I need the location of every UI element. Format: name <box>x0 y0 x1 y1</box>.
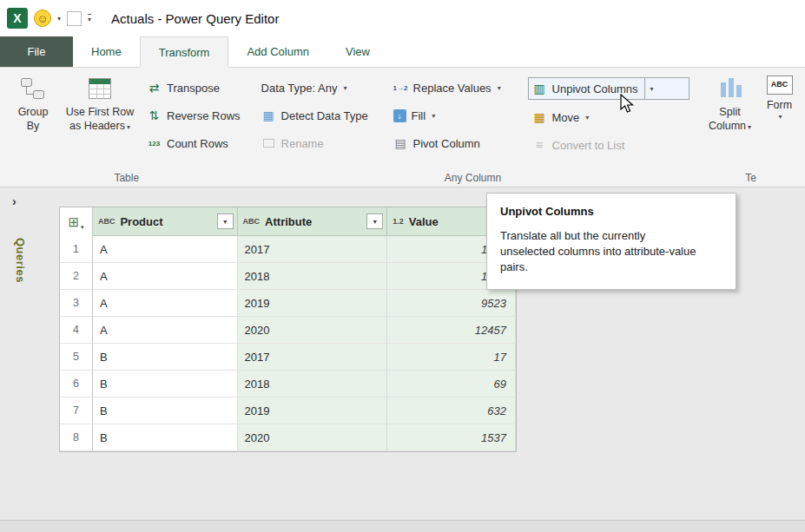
any-column-stack-3: Unpivot Columns ▾ Move ▾ Convert to List <box>528 71 690 155</box>
tab-transform[interactable]: Transform <box>140 36 229 68</box>
format-label: Form <box>767 99 792 111</box>
table-menu-button[interactable]: ⊞ ▾ <box>60 207 93 236</box>
column-header-label: Attribute <box>265 215 312 228</box>
convert-to-list-icon <box>532 138 547 153</box>
table-row: 8 B 2020 1537 <box>60 424 516 451</box>
mouse-cursor-icon <box>620 94 635 118</box>
cell-product[interactable]: A <box>93 317 238 344</box>
rename-label: Rename <box>281 137 324 150</box>
transpose-icon <box>147 81 162 95</box>
expand-queries-chevron-icon[interactable]: › <box>12 194 16 208</box>
group-label-table: Table <box>3 172 250 184</box>
transpose-button[interactable]: Transpose <box>142 77 245 98</box>
cell-attribute[interactable]: 2017 <box>238 236 388 263</box>
unpivot-columns-button[interactable]: Unpivot Columns ▾ <box>528 77 690 100</box>
ribbon-group-table: Group By Use First Row as Headers▾ <box>3 69 250 187</box>
cell-value[interactable]: 12457 <box>387 317 516 344</box>
grid-header-row: ⊞ ▾ ABC Product ▼ ABC Attribute ▼ 1.2 Va… <box>60 207 516 236</box>
column-header-attribute[interactable]: ABC Attribute ▼ <box>238 207 388 236</box>
table-row: 2 A 2018 1542 <box>60 263 516 290</box>
cell-attribute[interactable]: 2019 <box>238 397 388 424</box>
row-number[interactable]: 5 <box>60 344 93 371</box>
replace-values-icon <box>393 81 408 95</box>
reverse-rows-icon <box>147 108 162 123</box>
data-type-button[interactable]: Data Type: Any ▾ <box>257 77 389 98</box>
column-header-product[interactable]: ABC Product ▼ <box>93 207 238 236</box>
move-button[interactable]: Move ▾ <box>528 107 690 128</box>
quick-access-button[interactable] <box>67 11 82 26</box>
feedback-smiley-icon[interactable] <box>34 10 51 27</box>
use-first-row-label: Use First Row as Headers <box>66 106 134 132</box>
group-by-button[interactable]: Group By <box>9 71 57 133</box>
use-first-row-button[interactable]: Use First Row as Headers▾ <box>57 71 142 133</box>
caret-down-icon: ▾ <box>432 112 435 120</box>
row-number[interactable]: 6 <box>60 371 93 397</box>
transpose-label: Transpose <box>167 82 220 95</box>
unpivot-columns-dropdown[interactable]: ▾ <box>645 78 659 99</box>
rename-icon <box>261 136 276 151</box>
filter-dropdown-button[interactable]: ▼ <box>366 213 383 229</box>
cell-product[interactable]: A <box>93 263 238 290</box>
cell-attribute[interactable]: 2017 <box>238 344 388 371</box>
group-label-any-column: Any Column <box>252 172 695 184</box>
row-number[interactable]: 3 <box>60 290 93 317</box>
cell-value[interactable]: 632 <box>387 397 516 424</box>
ribbon-tab-bar: File Home Transform Add Column View <box>0 36 805 68</box>
tab-file[interactable]: File <box>0 36 73 67</box>
format-button[interactable]: Form ▾ <box>759 71 801 122</box>
cell-product[interactable]: B <box>93 397 238 424</box>
cell-attribute[interactable]: 2020 <box>238 317 388 344</box>
move-label: Move <box>552 111 580 124</box>
cell-product[interactable]: A <box>93 290 238 317</box>
tab-home[interactable]: Home <box>73 36 140 67</box>
count-rows-label: Count Rows <box>167 137 228 150</box>
cell-value[interactable]: 9523 <box>387 290 516 317</box>
tab-view[interactable]: View <box>327 36 388 67</box>
pivot-column-button[interactable]: Pivot Column <box>389 133 528 154</box>
pivot-column-label: Pivot Column <box>413 137 480 150</box>
tooltip-body: Translate all but the currently unselect… <box>500 228 702 276</box>
queries-pane-label[interactable]: Queries <box>14 238 27 283</box>
row-number[interactable]: 1 <box>60 236 93 263</box>
cell-value[interactable]: 69 <box>387 371 516 397</box>
row-number[interactable]: 8 <box>60 424 93 451</box>
cell-attribute[interactable]: 2020 <box>238 424 388 451</box>
cell-value[interactable]: 17 <box>387 344 516 371</box>
move-icon <box>532 110 547 125</box>
pivot-column-icon <box>393 136 408 151</box>
tab-add-column[interactable]: Add Column <box>228 36 327 67</box>
row-number[interactable]: 2 <box>60 263 93 290</box>
tooltip-title: Unpivot Columns <box>500 205 723 218</box>
caret-down-icon[interactable]: ▾ <box>57 15 61 23</box>
customize-toolbar-icon[interactable]: ▾ <box>88 14 91 23</box>
caret-down-icon: ▾ <box>498 84 501 92</box>
format-abc-icon <box>767 76 793 95</box>
data-grid: ⊞ ▾ ABC Product ▼ ABC Attribute ▼ 1.2 Va… <box>59 207 517 452</box>
cell-attribute[interactable]: 2018 <box>238 371 388 397</box>
reverse-rows-button[interactable]: Reverse Rows <box>142 105 245 126</box>
reverse-rows-label: Reverse Rows <box>167 109 241 122</box>
group-by-label: Group By <box>12 106 54 133</box>
row-number[interactable]: 4 <box>60 317 93 344</box>
table-group-stack: Transpose Reverse Rows Count Rows <box>142 71 245 154</box>
cell-product[interactable]: B <box>93 371 238 397</box>
caret-down-icon: ▾ <box>81 224 84 231</box>
cell-product[interactable]: A <box>93 236 238 263</box>
workspace: › Queries ⊞ ▾ ABC Product ▼ ABC Attribut… <box>0 187 805 520</box>
filter-dropdown-button[interactable]: ▼ <box>217 213 234 229</box>
cell-attribute[interactable]: 2019 <box>238 290 388 317</box>
detect-data-type-button[interactable]: Detect Data Type <box>257 105 389 126</box>
cell-product[interactable]: B <box>93 424 238 451</box>
fill-button[interactable]: Fill ▾ <box>389 105 528 126</box>
replace-values-button[interactable]: Replace Values ▾ <box>389 77 528 98</box>
cell-attribute[interactable]: 2018 <box>238 263 388 290</box>
row-number[interactable]: 7 <box>60 397 93 424</box>
split-column-button[interactable]: Split Column▾ <box>702 71 759 133</box>
unpivot-columns-icon <box>532 82 547 96</box>
cell-product[interactable]: B <box>93 344 238 371</box>
caret-down-icon: ▾ <box>748 123 751 131</box>
cell-value[interactable]: 1537 <box>387 424 516 451</box>
count-rows-button[interactable]: Count Rows <box>142 133 245 154</box>
status-bar <box>0 520 805 532</box>
table-row: 5 B 2017 17 <box>60 344 516 371</box>
